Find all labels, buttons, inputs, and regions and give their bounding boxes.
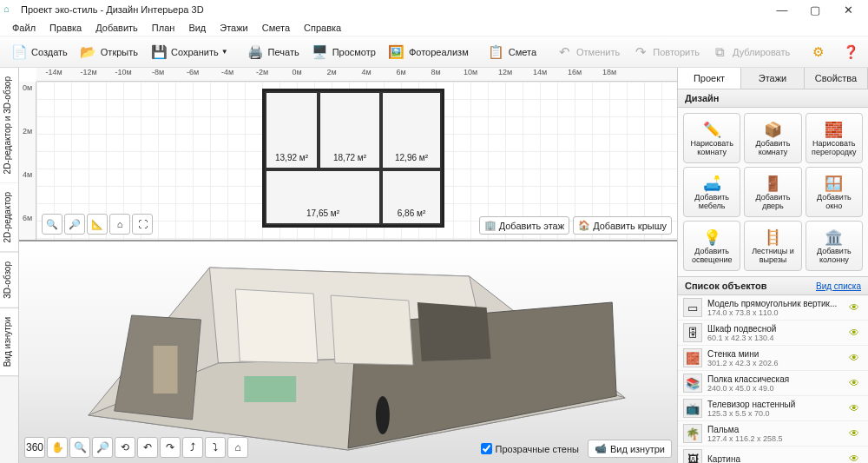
add-floor-button[interactable]: 🏢 Добавить этаж bbox=[479, 216, 570, 235]
home-button[interactable]: ⌂ bbox=[109, 214, 130, 235]
photo-button[interactable]: 🖼️Фотореализм bbox=[383, 41, 474, 63]
chevron-down-icon: ▼ bbox=[221, 48, 228, 56]
vtab-3d[interactable]: 3D-обзор bbox=[0, 253, 18, 308]
eye-icon[interactable]: 👁 bbox=[849, 453, 863, 463]
zoom-in-3d-button[interactable]: 🔎 bbox=[92, 437, 113, 458]
add-column-button[interactable]: 🏛️Добавить колонну bbox=[806, 221, 863, 271]
menu-file[interactable]: Файл bbox=[5, 21, 43, 35]
orbit-button[interactable]: 360 bbox=[24, 437, 45, 458]
estimate-icon: 📋 bbox=[488, 43, 505, 61]
create-button[interactable]: 📄Создать bbox=[5, 41, 73, 63]
zoom-out-button[interactable]: 🔍 bbox=[42, 214, 62, 235]
open-button[interactable]: 📂Открыть bbox=[75, 41, 143, 63]
view3d-tools: 360 ✋ 🔍 🔎 ⟲ ↶ ↷ ⤴ ⤵ ⌂ bbox=[24, 437, 248, 458]
menu-estimate[interactable]: Смета bbox=[255, 21, 297, 35]
design-header: Дизайн bbox=[678, 89, 868, 108]
eye-icon[interactable]: 👁 bbox=[849, 402, 863, 414]
duplicate-button[interactable]: ⧉Дублировать bbox=[707, 41, 795, 63]
rotate-left-button[interactable]: ↶ bbox=[137, 437, 158, 458]
eye-icon[interactable]: 👁 bbox=[849, 427, 863, 440]
zoom-in-button[interactable]: 🔎 bbox=[64, 214, 85, 235]
disk-icon: 💾 bbox=[150, 43, 168, 61]
svg-marker-6 bbox=[331, 295, 413, 365]
rotate-right-button[interactable]: ↷ bbox=[160, 437, 181, 458]
zoom-out-3d-button[interactable]: 🔍 bbox=[69, 437, 90, 458]
tab-properties[interactable]: Свойства bbox=[805, 68, 868, 89]
add-room-button[interactable]: 📦Добавить комнату bbox=[744, 113, 801, 163]
help-button[interactable]: ❓ bbox=[837, 41, 868, 63]
reset-button[interactable]: ⟲ bbox=[115, 437, 135, 458]
transparent-walls-checkbox[interactable]: Прозрачные стены bbox=[481, 443, 579, 454]
gear-icon: ⚙ bbox=[809, 43, 826, 61]
list-view-link[interactable]: Вид списка bbox=[816, 281, 861, 291]
redo-button[interactable]: ↷Повторить bbox=[627, 41, 705, 63]
vtab-2d-3d[interactable]: 2D-редактор и 3D-обзор bbox=[0, 68, 18, 183]
close-button[interactable]: ✕ bbox=[832, 0, 865, 19]
draw-room-button[interactable]: ✏️Нарисовать комнату bbox=[683, 113, 740, 163]
stairs-button[interactable]: 🪜Лестницы и вырезы bbox=[744, 221, 801, 271]
redo-icon: ↷ bbox=[632, 43, 649, 61]
save-button[interactable]: 💾Сохранить▼ bbox=[145, 41, 233, 63]
preview-button[interactable]: 🖥️Просмотр bbox=[306, 41, 381, 63]
print-button[interactable]: 🖨️Печать bbox=[242, 41, 305, 63]
settings-button[interactable]: ⚙ bbox=[804, 41, 835, 63]
add-light-button[interactable]: 💡Добавить освещение bbox=[683, 221, 740, 271]
draw-room-icon: ✏️ bbox=[703, 120, 721, 139]
vtab-2d[interactable]: 2D-редактор bbox=[0, 183, 18, 253]
plan-outline: 13,92 м² 18,72 м² 12,96 м² 17,65 м² 6,86… bbox=[262, 89, 444, 228]
photo-icon: 🖼️ bbox=[388, 43, 405, 61]
fit-button[interactable]: ⛶ bbox=[132, 214, 153, 235]
eye-icon[interactable]: 👁 bbox=[849, 327, 863, 339]
add-roof-button[interactable]: 🏠 Добавить крышу bbox=[573, 216, 672, 235]
list-item[interactable]: 🧱Стенка мини301.2 x 42.3 x 202.6👁 bbox=[678, 346, 868, 371]
view-2d[interactable]: -14м-12м-10м-8м-6м-4м-2м0м2м4м6м8м10м12м… bbox=[19, 68, 677, 241]
view2d-tools: 🔍 🔎 📐 ⌂ ⛶ bbox=[42, 214, 153, 235]
draw-partition-button[interactable]: 🧱Нарисовать перегородку bbox=[806, 113, 863, 163]
list-item[interactable]: 🖼Картина👁 bbox=[678, 446, 868, 463]
view-3d[interactable]: 360 ✋ 🔍 🔎 ⟲ ↶ ↷ ⤴ ⤵ ⌂ Прозрачные стены 📹… bbox=[19, 241, 677, 463]
estimate-button[interactable]: 📋Смета bbox=[483, 41, 542, 63]
eye-icon[interactable]: 👁 bbox=[849, 377, 863, 389]
tab-floors[interactable]: Этажи bbox=[741, 68, 805, 89]
add-window-button[interactable]: 🪟Добавить окно bbox=[806, 167, 863, 217]
canvas-area: -14м-12м-10м-8м-6м-4м-2м0м2м4м6м8м10м12м… bbox=[19, 68, 677, 463]
list-item[interactable]: 🗄Шкаф подвесной60.1 x 42.3 x 130.4👁 bbox=[678, 321, 868, 346]
home-3d-button[interactable]: ⌂ bbox=[227, 437, 248, 458]
menu-edit[interactable]: Правка bbox=[43, 21, 89, 35]
app-icon: ⌂ bbox=[3, 3, 16, 16]
side-tabs: Проект Этажи Свойства bbox=[678, 68, 868, 89]
list-item[interactable]: 📚Полка классическая240.0 x 45.0 x 49.0👁 bbox=[678, 371, 868, 396]
vtab-inside[interactable]: Вид изнутри bbox=[0, 308, 18, 376]
measure-button[interactable]: 📐 bbox=[87, 214, 108, 235]
file-icon: 📄 bbox=[10, 43, 28, 61]
pan-button[interactable]: ✋ bbox=[47, 437, 68, 458]
eye-icon[interactable]: 👁 bbox=[849, 352, 863, 364]
eye-icon[interactable]: 👁 bbox=[849, 301, 863, 314]
column-icon: 🏛️ bbox=[825, 228, 843, 247]
menu-view[interactable]: Вид bbox=[181, 21, 213, 35]
menu-plan[interactable]: План bbox=[145, 21, 182, 35]
folder-icon: 📂 bbox=[80, 43, 97, 61]
tilt-up-button[interactable]: ⤴ bbox=[182, 437, 203, 458]
list-item[interactable]: 📺Телевизор настенный125.3 x 5.5 x 70.0👁 bbox=[678, 396, 868, 421]
menu-help[interactable]: Справка bbox=[297, 21, 348, 35]
tab-project[interactable]: Проект bbox=[678, 68, 741, 89]
minimize-button[interactable]: — bbox=[766, 0, 799, 19]
view3d-right: Прозрачные стены 📹Вид изнутри bbox=[481, 440, 673, 458]
menu-add[interactable]: Добавить bbox=[89, 21, 145, 35]
inside-view-button[interactable]: 📹Вид изнутри bbox=[588, 440, 672, 458]
menu-floors[interactable]: Этажи bbox=[213, 21, 254, 35]
objects-header: Список объектов Вид списка bbox=[678, 276, 868, 295]
door-icon: 🚪 bbox=[764, 174, 782, 193]
undo-button[interactable]: ↶Отменить bbox=[550, 41, 625, 63]
add-door-button[interactable]: 🚪Добавить дверь bbox=[744, 167, 801, 217]
floor-buttons: 🏢 Добавить этаж 🏠 Добавить крышу bbox=[479, 216, 672, 235]
tilt-down-button[interactable]: ⤵ bbox=[205, 437, 226, 458]
light-icon: 💡 bbox=[703, 228, 721, 247]
add-furniture-button[interactable]: 🛋️Добавить мебель bbox=[683, 167, 740, 217]
partition-icon: 🧱 bbox=[825, 120, 843, 139]
list-item[interactable]: 🌴Пальма127.4 x 116.2 x 258.5👁 bbox=[678, 421, 868, 446]
design-grid: ✏️Нарисовать комнату 📦Добавить комнату 🧱… bbox=[678, 108, 868, 276]
maximize-button[interactable]: ▢ bbox=[799, 0, 832, 19]
list-item[interactable]: ▭Модель прямоугольник вертик...174.0 x 7… bbox=[678, 295, 868, 321]
